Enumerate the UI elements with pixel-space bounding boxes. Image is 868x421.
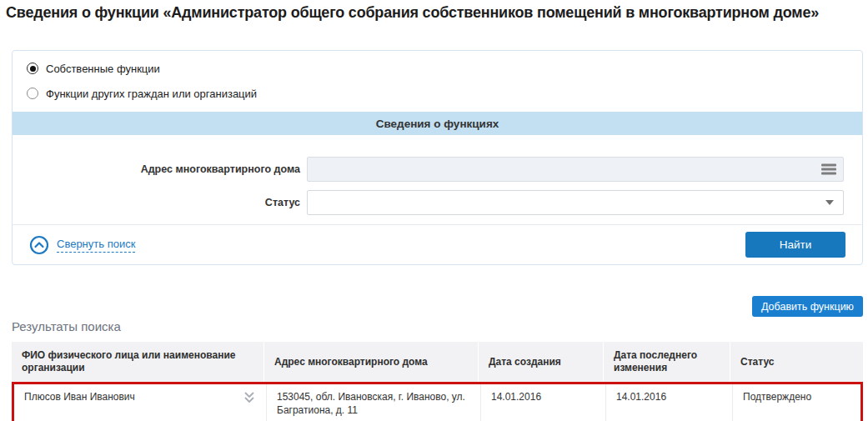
status-field-label: Статус bbox=[13, 197, 300, 209]
table-header-row: ФИО физического лица или наименование ор… bbox=[12, 342, 863, 382]
radio-other-functions[interactable]: Функции других граждан или организаций bbox=[13, 81, 862, 106]
col-header-address: Адрес многоквартирного дома bbox=[264, 342, 479, 382]
search-panel-footer: Свернуть поиск Найти bbox=[13, 224, 862, 264]
status-form-row: Статус bbox=[13, 190, 862, 215]
page: Сведения о функции «Администратор общего… bbox=[0, 0, 868, 421]
find-button[interactable]: Найти bbox=[745, 232, 845, 258]
chevron-down-icon[interactable] bbox=[825, 200, 834, 205]
row-name-text: Плюсов Иван Иванович bbox=[24, 390, 135, 403]
radio-own-functions-label: Собственные функции bbox=[46, 63, 160, 75]
double-chevron-down-icon[interactable] bbox=[243, 391, 256, 404]
address-form-row: Адрес многоквартирного дома bbox=[13, 157, 862, 182]
radio-selected-icon[interactable] bbox=[27, 63, 38, 74]
search-panel: Собственные функции Функции других гражд… bbox=[12, 50, 863, 265]
radio-own-functions[interactable]: Собственные функции bbox=[13, 56, 862, 81]
cell-modified: 14.01.2016 bbox=[606, 384, 733, 421]
section-header: Сведения о функциях bbox=[13, 112, 862, 135]
address-field[interactable] bbox=[307, 157, 844, 182]
table-row[interactable]: Плюсов Иван Иванович 153045, обл. Иванов… bbox=[12, 382, 863, 421]
hamburger-icon[interactable] bbox=[821, 163, 836, 177]
results-table: ФИО физического лица или наименование ор… bbox=[12, 342, 863, 421]
results-title: Результаты поиска bbox=[12, 319, 121, 333]
collapse-circle-up-icon[interactable] bbox=[29, 235, 49, 255]
col-header-modified: Дата последнего изменения bbox=[604, 342, 730, 382]
address-field-label: Адрес многоквартирного дома bbox=[13, 163, 300, 176]
cell-address: 153045, обл. Ивановская, г. Иваново, ул.… bbox=[267, 384, 481, 421]
radio-unselected-icon[interactable] bbox=[27, 88, 38, 99]
cell-name: Плюсов Иван Иванович bbox=[14, 384, 267, 421]
page-title: Сведения о функции «Администратор общего… bbox=[6, 3, 863, 23]
status-select[interactable] bbox=[307, 190, 844, 215]
radio-other-functions-label: Функции других граждан или организаций bbox=[46, 88, 257, 100]
add-function-button[interactable]: Добавить функцию bbox=[752, 296, 863, 317]
col-header-name: ФИО физического лица или наименование ор… bbox=[12, 342, 264, 382]
cell-status: Подтверждено bbox=[733, 384, 860, 421]
cell-created: 14.01.2016 bbox=[481, 384, 606, 421]
collapse-search-control[interactable]: Свернуть поиск bbox=[29, 235, 135, 255]
col-header-created: Дата создания bbox=[479, 342, 604, 382]
collapse-search-link[interactable]: Свернуть поиск bbox=[57, 238, 135, 253]
col-header-status: Статус bbox=[730, 342, 863, 382]
